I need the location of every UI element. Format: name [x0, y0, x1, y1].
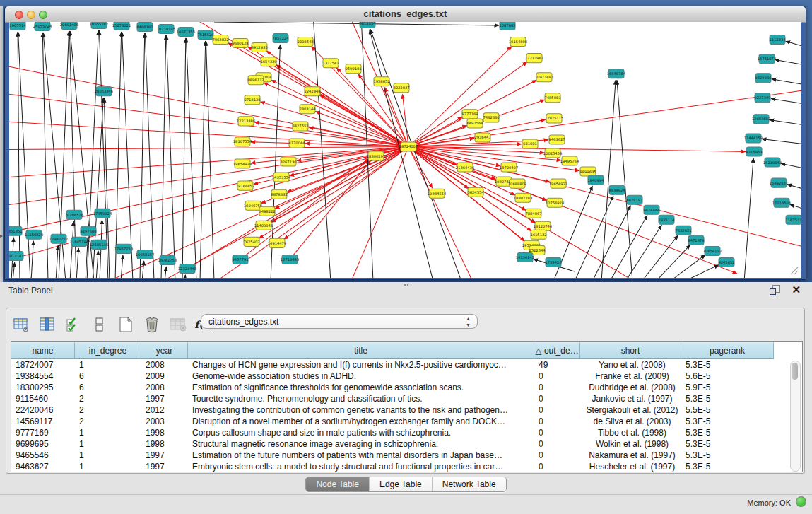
network-edge[interactable]	[13, 262, 15, 278]
table-row[interactable]: 1872400712008Changes of HCN gene express…	[11, 359, 802, 370]
network-node[interactable]: 12942757	[49, 234, 68, 243]
network-node[interactable]: 2936447	[474, 133, 490, 142]
network-node[interactable]: 6679197	[626, 195, 642, 204]
network-node[interactable]: 9245652	[718, 257, 734, 267]
network-node[interactable]: 21364436	[456, 163, 474, 172]
tab-edge-table[interactable]: Edge Table	[370, 477, 433, 491]
network-node[interactable]: 12505135	[90, 240, 108, 249]
network-node[interactable]: 7857224	[272, 34, 289, 43]
window-titlebar[interactable]: citations_edges.txt	[5, 6, 806, 23]
network-node[interactable]: 621601	[522, 139, 538, 148]
network-node[interactable]: 19654923	[549, 179, 567, 188]
network-node[interactable]: 16120746	[534, 221, 552, 230]
network-node[interactable]: 9660128	[232, 39, 248, 48]
network-edge[interactable]	[166, 35, 175, 278]
network-edge[interactable]	[76, 248, 78, 278]
network-edge[interactable]	[670, 255, 705, 278]
network-node[interactable]: 7462660	[483, 113, 499, 122]
network-node[interactable]: 3498222	[259, 206, 275, 216]
network-node[interactable]: 11645194	[70, 237, 89, 246]
network-node[interactable]: 12213967	[525, 54, 543, 63]
network-edge[interactable]	[771, 99, 801, 104]
network-node[interactable]: 9590101	[345, 64, 361, 74]
network-node[interactable]: 10025458	[543, 148, 562, 158]
network-edge[interactable]	[96, 251, 98, 278]
network-edge[interactable]	[145, 33, 154, 278]
network-node[interactable]: 19654928	[233, 159, 252, 168]
network-node[interactable]: 8938924	[608, 185, 625, 194]
network-edge[interactable]	[617, 80, 632, 278]
network-node[interactable]: 8878332	[271, 189, 287, 199]
network-node[interactable]: 9329966	[755, 74, 771, 83]
network-node[interactable]: 8222037	[393, 83, 409, 93]
network-edge[interactable]	[787, 185, 801, 189]
network-node[interactable]: 3624554	[467, 187, 484, 197]
network-edge[interactable]	[121, 255, 123, 278]
network-node[interactable]: 1733426	[545, 257, 561, 267]
tab-node-table[interactable]: Node Table	[306, 477, 370, 491]
network-node[interactable]: 17957253	[114, 244, 133, 253]
network-node[interactable]: 10973493	[535, 73, 553, 82]
network-node[interactable]: 3267130	[280, 157, 296, 166]
network-edge[interactable]	[408, 125, 467, 146]
column-header-name[interactable]: name	[11, 342, 75, 359]
network-edge[interactable]	[408, 117, 462, 147]
network-edge[interactable]	[772, 79, 801, 85]
network-node[interactable]: 8912935	[251, 43, 267, 52]
network-node[interactable]: 10756928	[546, 198, 564, 207]
row-height-icon[interactable]	[90, 315, 109, 334]
network-edge[interactable]	[775, 60, 801, 65]
table-row[interactable]: 946554611997Estimation of the future num…	[11, 450, 802, 461]
network-graph[interactable]: 1872400718300295190551424055724206914061…	[9, 22, 801, 278]
network-node[interactable]: 9463627	[548, 135, 565, 144]
network-edge[interactable]	[206, 41, 214, 278]
network-node[interactable]: 1905514	[9, 22, 26, 30]
network-node[interactable]: 12093882	[752, 115, 770, 124]
network-node[interactable]: 16154808	[509, 37, 527, 47]
network-node[interactable]: 14353554	[272, 173, 291, 182]
network-node[interactable]: 11409948	[254, 221, 273, 230]
network-node[interactable]: 9457791	[232, 255, 248, 264]
network-edge[interactable]	[408, 46, 512, 146]
network-node[interactable]: 11156829	[25, 230, 43, 239]
network-node[interactable]: 10719195	[157, 25, 175, 34]
network-node[interactable]: 18720407	[500, 163, 518, 172]
network-node[interactable]: 1167533	[785, 215, 801, 224]
network-node[interactable]: 16210643	[763, 158, 782, 167]
network-node[interactable]: 1840994	[587, 175, 604, 185]
network-edge[interactable]	[770, 120, 801, 125]
network-edge[interactable]	[9, 146, 408, 234]
table-row[interactable]: 1456911722003Disruption of a novel membe…	[11, 416, 802, 427]
network-node[interactable]: 9896132	[247, 76, 264, 85]
network-node[interactable]: 12975115	[545, 114, 563, 123]
network-node[interactable]: 16914479	[268, 238, 286, 247]
resize-grip-icon[interactable]	[791, 267, 798, 274]
network-canvas[interactable]: 1872400718300295190551424055724206914061…	[9, 22, 801, 278]
network-node[interactable]: 9474444	[643, 205, 660, 214]
network-node[interactable]: 9899635	[579, 167, 596, 176]
network-node[interactable]: 6466160	[136, 23, 153, 32]
network-edge[interactable]	[9, 146, 408, 149]
network-edge[interactable]	[165, 267, 166, 278]
column-header-title[interactable]: title	[188, 342, 534, 359]
network-edge[interactable]	[790, 204, 801, 209]
network-node[interactable]: 7515526	[197, 30, 213, 40]
network-edge[interactable]	[284, 146, 408, 239]
network-edge[interactable]	[42, 33, 48, 278]
network-node[interactable]: 2087662	[499, 22, 515, 30]
network-node[interactable]: 12444159	[744, 134, 763, 143]
network-node[interactable]: 16958187	[136, 250, 154, 259]
network-node[interactable]: 2935114	[658, 215, 675, 224]
network-node[interactable]: 1112334	[769, 35, 786, 45]
network-edge[interactable]	[200, 41, 206, 278]
network-edge[interactable]	[31, 241, 33, 278]
network-edge[interactable]	[656, 245, 690, 278]
network-edge[interactable]	[140, 33, 145, 278]
network-node[interactable]: 18724007	[399, 142, 418, 151]
delete-table-icon[interactable]	[143, 315, 161, 334]
network-node[interactable]: 3913141	[9, 251, 24, 260]
network-node[interactable]: 18807293	[514, 193, 532, 202]
network-node[interactable]: 1377541	[322, 59, 339, 68]
splitter-grip[interactable]	[404, 284, 409, 287]
column-header-short[interactable]: short	[580, 342, 681, 359]
